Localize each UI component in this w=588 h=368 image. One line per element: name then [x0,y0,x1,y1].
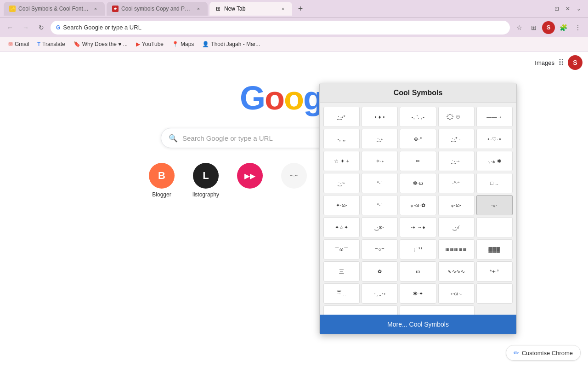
logo-o2: o [284,80,303,116]
symbol-button[interactable]: ·⁎· [476,195,513,215]
symbol-button[interactable]: ✦·ω· [323,195,360,215]
back-button[interactable]: ← [4,21,17,34]
whydoes-icon: 🔖 [74,41,80,47]
symbol-button[interactable]: ✦☆✦ [323,217,360,237]
symbol-button[interactable]: ≋≋≋≋≋ [438,239,475,259]
symbol-button[interactable]: ·͜·→ [438,151,475,171]
symbol-button[interactable]: ⁎·ω· [438,195,475,215]
bookmark-thodijagah[interactable]: 👤 Thodi Jagah - Mar... [198,40,264,49]
symbol-button[interactable]: ☆ ✦ + [323,151,360,171]
bookmark-gmail-label: Gmail [15,41,29,47]
window-minimize[interactable]: — [540,3,551,14]
google-icon: G [56,24,60,31]
symbol-button[interactable]: ∘·♡·∘ [476,129,513,149]
symbol-button[interactable]: ·͜·√ [438,217,475,237]
bookmark-youtube[interactable]: ▶ YouTube [132,40,167,49]
symbol-button[interactable]: -, ,, [323,129,360,149]
symbol-button[interactable]: ——→ [476,107,513,127]
symbol-button[interactable]: ⁎·ω·✿ [400,195,436,215]
symbol-button[interactable]: ⌒ω⌒ [323,239,360,259]
tab-1-close[interactable]: × [92,5,99,12]
tab-1[interactable]: ✨ Cool Symbols & Cool Fonts - S × [4,2,105,16]
symbol-button[interactable]: ·͜·* · [438,129,475,149]
shortcut-4[interactable]: ~·~ [276,163,312,198]
symbol-button[interactable] [476,217,513,237]
window-close[interactable]: ✕ [562,3,573,14]
tab-3-favicon: ⊞ [215,6,221,12]
top-right-area: Images ⠿ S [535,55,582,70]
images-link[interactable]: Images [535,59,554,66]
symbol-button[interactable]: ⊛·° [400,129,436,149]
symbol-button[interactable]: ✏ [400,151,436,171]
symbol-button[interactable]: *+·° [476,261,513,282]
bookmark-whydoes[interactable]: 🔖 Why Does the ♥ ... [70,40,131,49]
tab-2[interactable]: ★ Cool symbols Copy and Paste × [107,2,208,16]
maps-icon: 📍 [172,41,179,47]
symbol-button[interactable]: ω [400,261,436,282]
symbol-button[interactable]: ·͜·⊛· [362,217,398,237]
symbol-button[interactable]: -, '. ,- [400,107,436,127]
symbol-button[interactable]: ✧·˖ [362,151,398,171]
address-bar[interactable]: G Search Google or type a URL [51,21,510,34]
symbol-button[interactable]: ҈ ☉ [438,107,475,127]
tab-3[interactable]: ⊞ New Tab × [209,2,292,16]
symbol-button[interactable]: ·͝͞· ‥ [323,283,360,304]
window-maximize[interactable]: ⊡ [551,3,562,14]
symbol-button[interactable]: ·ˏ˳·˖ [362,283,398,304]
shortcut-blogger-icon: B [149,163,175,189]
tab-3-close[interactable]: × [279,5,287,12]
symbol-button[interactable]: · · · · · ⌣⌣ [323,305,398,315]
tab-2-title: Cool symbols Copy and Paste [121,6,192,12]
bookmark-gmail[interactable]: ✉ Gmail [5,40,33,49]
symbol-button[interactable]: ·+ →♦ [400,217,436,237]
refresh-button[interactable]: ↻ [35,21,48,34]
customise-chrome-button[interactable]: ✏ Customise Chrome [506,345,581,361]
symbol-button[interactable]: ·͜·˖ [362,129,398,149]
symbol-button[interactable]: ·,·⁎ ✱ [476,151,513,171]
bookmark-youtube-label: YouTube [142,41,164,47]
symbol-button[interactable]: ¡! ❜❜ [400,239,436,259]
popup-more-label: More... Cool Symbols [387,321,449,328]
extensions-button[interactable]: 🧩 [557,21,570,34]
symbol-button[interactable]: °·˚ [362,173,398,193]
symbol-button[interactable]: ▓▓▓ [476,239,513,259]
symbol-button[interactable]: ˖·ω·- [438,283,475,304]
shortcut-listography-icon: L [193,163,219,189]
symbol-button[interactable]: ✿ [362,261,398,282]
symbol-button[interactable]: ·͜·˖° [323,107,360,127]
nav-actions: ☆ ⊞ S 🧩 ⋮ [513,21,584,34]
profile-button[interactable]: S [542,21,555,34]
new-tab-button[interactable]: + [294,2,307,15]
window-chevron[interactable]: ⌄ [573,3,584,14]
youtube-icon: ▶ [136,41,140,47]
symbol-button[interactable]: =○= [362,239,398,259]
symbol-button[interactable]: 三 [323,261,360,282]
search-icon: 🔍 [169,134,178,143]
shortcut-3-icon: ▶▶ [237,163,263,189]
tab-search-button[interactable]: ⊞ [527,21,540,34]
symbol-button[interactable]: • ♦ • [362,107,398,127]
shortcut-3[interactable]: ▶▶ [232,163,268,198]
bookmark-maps[interactable]: 📍 Maps [168,40,198,49]
chrome-menu[interactable]: ⋮ [571,21,584,34]
symbol-button[interactable]: ·°·ᵒ [438,173,475,193]
forward-button[interactable]: → [19,21,32,34]
symbol-button[interactable]: ∿∿∿∿ [438,261,475,282]
apps-grid-button[interactable]: ⠿ [558,58,564,68]
symbol-button[interactable]: ✱·✦ [400,283,436,304]
user-avatar[interactable]: S [568,55,582,70]
customise-label: Customise Chrome [522,350,573,356]
symbol-button[interactable]: ✽·ω [400,173,436,193]
shortcut-listography[interactable]: L listography [187,163,224,198]
popup-footer[interactable]: More... Cool Symbols [320,315,516,334]
symbol-button[interactable]: ⌣ · · · · · [400,305,474,315]
tab-2-close[interactable]: × [195,5,202,12]
bookmark-translate[interactable]: T Translate [34,40,68,49]
symbol-button[interactable] [476,283,513,304]
shortcut-blogger-label: Blogger [152,191,171,198]
symbol-button[interactable]: □ ‥ [476,173,513,193]
shortcut-blogger[interactable]: B Blogger [143,163,180,198]
symbol-button[interactable]: °·˚ [362,195,398,215]
bookmark-page-button[interactable]: ☆ [513,21,526,34]
symbol-button[interactable]: ·͜·~ [323,173,360,193]
